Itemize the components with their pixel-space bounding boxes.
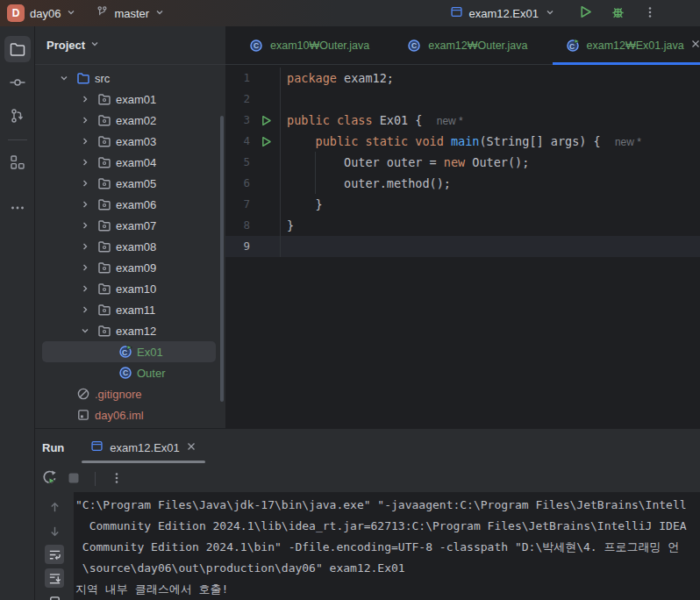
console-options-button[interactable] [107,469,126,489]
code-token: package [287,71,337,85]
run-line-button[interactable] [252,110,280,131]
code-text[interactable]: Outer outer = new Outer(); [280,152,700,173]
tree-item-Outer[interactable]: COuter [42,362,216,383]
tree-item-exam03[interactable]: exam03 [42,131,216,152]
console-soft-wrap-icon[interactable] [45,545,64,564]
tree-item-exam09[interactable]: exam09 [42,257,216,278]
code-text[interactable]: } [280,194,700,215]
project-panel-header[interactable]: Project [35,26,225,65]
chevron-right-icon[interactable] [77,154,93,170]
project-tool-window: Project srcexam01exam02exam03exam04exam0… [35,26,225,428]
code-text[interactable]: package exam12; [280,68,700,89]
project-scrollbar[interactable] [220,116,224,402]
tree-item-exam06[interactable]: exam06 [42,194,216,215]
close-icon[interactable] [690,39,700,52]
tree-item-exam02[interactable]: exam02 [42,110,216,131]
run-line-button[interactable] [252,131,280,152]
activity-bar-project-folder[interactable] [4,36,31,62]
tree-item-day06.iml[interactable]: day06.iml [42,404,216,425]
tree-item-exam12[interactable]: exam12 [42,320,216,341]
activity-bar-more[interactable] [4,195,31,221]
tree-item-src[interactable]: src [42,68,216,89]
activity-bar-structure[interactable] [4,149,31,175]
chevron-down-icon[interactable] [56,70,72,86]
toolbar-divider [95,472,96,486]
chevron-right-icon[interactable] [77,91,93,107]
stop-button[interactable] [64,469,83,489]
console-line: "C:\Program Files\Java\jdk-17\bin\java.e… [75,495,700,516]
code-text[interactable]: public static void main(String[] args) {… [280,131,700,152]
activity-bar-commit[interactable] [4,69,31,96]
more-actions-button[interactable] [640,4,660,23]
code-token: main [451,134,480,148]
line-number: 9 [225,236,252,257]
package-icon [96,175,112,191]
editor-tab-3[interactable]: Cexam12₩Ex01.java [553,26,700,64]
tree-item-exam05[interactable]: exam05 [42,173,216,194]
tree-item-label: exam07 [116,219,156,232]
chevron-right-icon[interactable] [77,302,93,318]
line-number: 2 [225,89,252,110]
console-scroll-up-icon[interactable] [45,497,64,517]
chevron-right-icon[interactable] [77,175,93,191]
code-token: new * [615,136,641,148]
code-line-9: 9 [225,236,700,257]
activity-bar-pull-requests[interactable] [4,103,31,129]
package-icon [96,302,112,318]
code-text[interactable] [280,89,700,110]
indent-guide [315,152,316,173]
project-panel-title: Project [46,39,85,52]
console-clipped-icon[interactable] [45,592,64,600]
project-widget[interactable]: D day06 [7,4,76,22]
tree-item-label: exam11 [116,304,155,317]
code-text[interactable]: outer.method(); [280,173,700,194]
chevron-right-icon[interactable] [77,281,93,296]
code-token: public static void [316,134,444,148]
tree-item-exam01[interactable]: exam01 [42,89,216,110]
tree-item-exam10[interactable]: exam10 [42,278,216,299]
code-token: public class [287,113,373,127]
tree-item-label: day06.iml [95,409,144,422]
folder-src-icon [75,70,91,86]
rerun-button[interactable] [39,469,59,489]
branch-widget[interactable]: master [96,5,165,21]
tree-item-exam11[interactable]: exam11 [42,299,216,320]
ide-window: D day06 master exam12.Ex01 [0,0,700,600]
chevron-down-icon [545,7,555,20]
run-config-selector[interactable]: exam12.Ex01 [450,5,563,21]
chevron-right-icon[interactable] [77,218,93,233]
code-editor[interactable]: 1package exam12;23public class Ex01 { ne… [225,65,700,257]
chevron-right-icon[interactable] [77,239,93,254]
gutter-slot [252,194,280,215]
close-icon[interactable] [186,441,196,454]
chevron-right-icon[interactable] [77,112,93,128]
chevron-right-icon[interactable] [77,196,93,212]
tree-item-exam07[interactable]: exam07 [42,215,216,236]
debug-button[interactable] [608,4,627,23]
code-token: exam12; [337,71,394,85]
code-text[interactable]: public class Ex01 { new * [280,110,700,131]
code-token [287,134,316,148]
editor-tab-1[interactable]: Cexam10₩Outer.java [236,26,382,64]
code-text[interactable]: } [280,215,700,236]
console-toolbar [35,492,74,600]
editor-tab-2[interactable]: Cexam12₩Outer.java [394,26,539,64]
editor-tab-label: exam12₩Outer.java [428,39,527,52]
run-button[interactable] [575,4,595,23]
chevron-right-icon[interactable] [77,133,93,149]
code-text[interactable] [280,236,700,257]
tree-item-exam04[interactable]: exam04 [42,152,216,173]
run-config-name: exam12.Ex01 [469,7,539,20]
chevron-down-icon[interactable] [77,323,93,339]
console-scroll-to-end-icon[interactable] [45,568,64,588]
console-scroll-down-icon[interactable] [45,521,64,540]
run-tab[interactable]: exam12.Ex01 [82,429,205,466]
chevron-right-icon[interactable] [77,260,93,275]
tree-item-gitignore[interactable]: .gitignore [42,383,216,404]
run-toolbar [35,466,700,492]
tree-item-exam08[interactable]: exam08 [42,236,216,257]
code-line-7: 7 } [225,194,700,215]
tree-item-Ex01[interactable]: CEx01 [42,341,216,362]
code-token: Outer(); [465,155,529,169]
svg-text:C: C [411,41,417,50]
